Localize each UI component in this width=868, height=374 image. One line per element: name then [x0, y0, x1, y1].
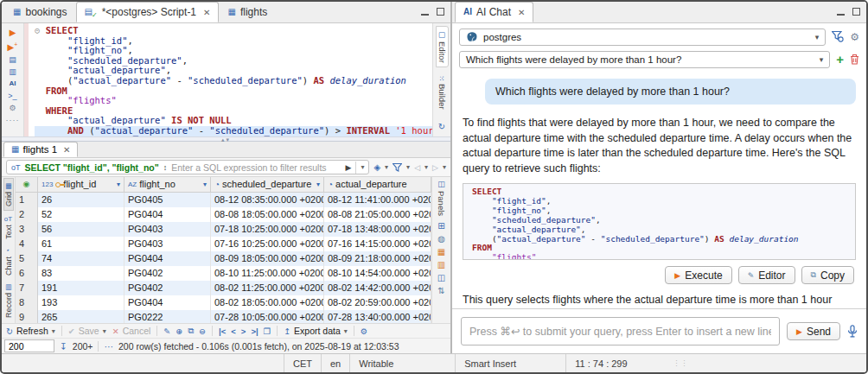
sort-caret-icon[interactable]: ▾ [316, 177, 320, 192]
data-cell[interactable]: PG0402 [124, 266, 211, 281]
funnel-filter-icon[interactable] [393, 163, 402, 172]
column-header-scheduled-departure[interactable]: ◔ scheduled_departure ▾ [211, 177, 324, 192]
row-number-cell[interactable]: 4 [16, 237, 38, 251]
table-row[interactable]: 9265PG022207-28 10:05:00.000 +020007-28 … [16, 310, 431, 323]
question-select[interactable]: Which flights were delayed by more than … [459, 51, 830, 68]
more-options-icon[interactable]: ··· [104, 341, 113, 352]
data-cell[interactable]: 08-08 21:05:00.000 +0200 [324, 207, 431, 222]
new-chat-plus-icon[interactable]: + [836, 53, 844, 66]
row-number-cell[interactable]: 3 [16, 222, 38, 237]
trash-icon[interactable] [850, 54, 859, 65]
prev-page-icon[interactable]: < [231, 326, 236, 336]
caret-position-indicator[interactable]: 11 : 74 : 299 [565, 354, 661, 372]
last-page-icon[interactable]: >| [251, 326, 258, 336]
select-all-cell[interactable]: ◉ [16, 177, 38, 192]
connection-select[interactable]: postgres ▾ [459, 29, 826, 46]
table-row[interactable]: 7191PG040208-02 11:25:00.000 +020008-02 … [16, 281, 431, 295]
execute-statement-icon[interactable]: ▶ [10, 28, 16, 38]
data-cell[interactable]: 08-08 18:05:00.000 +0200 [211, 207, 324, 222]
row-number-cell[interactable]: 8 [16, 295, 38, 310]
table-row[interactable]: 356PG040307-18 10:25:00.000 +020007-18 1… [16, 222, 431, 237]
explain-plan-icon[interactable]: ▥ [9, 67, 16, 77]
send-button[interactable]: ▶Send [787, 322, 840, 340]
data-cell[interactable]: 265 [38, 310, 124, 323]
minimize-icon[interactable] [837, 9, 845, 16]
execute-script-icon[interactable]: ▤ [9, 54, 16, 65]
scope-filter-icon[interactable] [832, 31, 844, 42]
calendar-icon[interactable]: ▦ [437, 247, 445, 257]
tab-flights-1-result[interactable]: ▦ flights 1 ✕ [3, 142, 78, 157]
table-row[interactable]: 8193PG040408-02 18:05:00.000 +020008-02 … [16, 295, 431, 310]
forward-icon[interactable]: ▷ [432, 163, 438, 172]
data-cell[interactable]: PG0222 [124, 310, 211, 323]
data-cell[interactable]: 07-16 10:25:00.000 +0200 [211, 237, 324, 251]
data-cell[interactable]: PG0402 [124, 281, 211, 295]
expand-filter-icon[interactable]: ↕ [163, 163, 168, 172]
data-cell[interactable]: 08-09 18:05:00.000 +0200 [211, 251, 324, 266]
table-row[interactable]: 574PG040408-09 18:05:00.000 +020008-09 2… [16, 251, 431, 266]
eraser-icon[interactable]: ◈ [373, 162, 380, 172]
tab-panels[interactable]: ◫ Panels [437, 178, 446, 218]
writable-indicator[interactable]: Writable [349, 354, 432, 372]
filter-history-caret-icon[interactable]: ▾ [361, 163, 364, 171]
caret-icon[interactable]: ▾ [406, 163, 410, 171]
table-row[interactable]: 683PG040208-10 11:25:00.000 +020008-10 1… [16, 266, 431, 281]
cancel-button[interactable]: ✕Cancel [112, 326, 151, 336]
table-row[interactable]: 252PG040408-08 18:05:00.000 +020008-08 2… [16, 207, 431, 222]
open-in-editor-button[interactable]: ✎Editor [738, 266, 795, 284]
data-cell[interactable]: 61 [38, 237, 124, 251]
transpose-icon[interactable]: ⇅ [437, 286, 444, 295]
maximize-icon[interactable] [852, 8, 860, 16]
data-cell[interactable]: PG0404 [124, 207, 211, 222]
data-cell[interactable]: PG0403 [124, 237, 211, 251]
data-cell[interactable]: 08-10 14:54:00.000 +0200 [324, 266, 431, 281]
aggregate-icon[interactable]: ▥ [437, 260, 445, 269]
tab-sql-script[interactable]: ▤✓ *<postgres> Script-1 ✕ [76, 2, 220, 22]
data-cell[interactable]: 08-12 08:35:00.000 +0200 [211, 193, 324, 207]
execute-new-tab-icon[interactable]: ▶+ [8, 40, 18, 53]
data-cell[interactable]: 52 [38, 207, 124, 222]
export-data-button[interactable]: ↥Export data▾ [284, 326, 348, 336]
gear-icon[interactable]: ⚙ [9, 103, 16, 113]
next-page-icon[interactable]: > [241, 326, 246, 336]
data-cell[interactable]: 193 [38, 295, 124, 310]
close-icon[interactable]: ✕ [63, 145, 70, 155]
data-cell[interactable]: 07-16 14:15:00.000 +0200 [324, 237, 431, 251]
data-cell[interactable]: 08-10 11:25:00.000 +0200 [211, 266, 324, 281]
timezone-indicator[interactable]: CET [284, 354, 321, 372]
data-cell[interactable]: 26 [38, 193, 124, 207]
ai-settings-gear-icon[interactable]: ⚙ [850, 31, 859, 43]
tab-grid-view[interactable]: Grid▦ [3, 178, 14, 211]
data-cell[interactable]: 83 [38, 266, 124, 281]
data-cell[interactable]: 74 [38, 251, 124, 266]
tab-ai-chat[interactable]: AI AI Chat ✕ [455, 2, 533, 22]
data-cell[interactable]: 56 [38, 222, 124, 237]
close-icon[interactable]: ✕ [518, 8, 525, 17]
console-icon[interactable]: >_ [8, 91, 16, 101]
sort-caret-icon[interactable]: ▾ [203, 177, 207, 192]
add-row-icon[interactable]: ⊕ [176, 326, 182, 336]
tab-builder-vertical[interactable]: ⁙ Builder [437, 72, 448, 113]
first-page-icon[interactable]: |< [219, 326, 226, 336]
sync-icon[interactable]: ↻ [438, 122, 445, 131]
tab-flights[interactable]: ▦ flights [219, 2, 276, 22]
language-indicator[interactable]: en [321, 354, 349, 372]
maximize-icon[interactable] [437, 8, 444, 16]
copy-button[interactable]: ⧉Copy [801, 266, 854, 284]
table-row[interactable]: 461PG040307-16 10:25:00.000 +020007-16 1… [16, 237, 431, 251]
delete-row-icon[interactable]: ⊖ [199, 326, 206, 336]
data-cell[interactable]: 08-02 18:05:00.000 +0200 [211, 295, 324, 310]
duplicate-row-icon[interactable]: ⧉ [188, 326, 194, 336]
more-icon[interactable]: ···· [6, 115, 20, 125]
insert-mode-indicator[interactable]: Smart Insert [455, 354, 557, 372]
minimize-icon[interactable] [421, 9, 429, 16]
row-number-cell[interactable]: 2 [16, 207, 38, 222]
data-cell[interactable]: 191 [38, 281, 124, 295]
apply-filter-icon[interactable]: ▶ [345, 163, 351, 172]
row-number-cell[interactable]: 5 [16, 251, 38, 266]
row-number-cell[interactable]: 1 [16, 193, 38, 207]
column-header-actual-departure[interactable]: ◔ actual_departure [324, 177, 431, 192]
refresh-button[interactable]: ↻Refresh▾ [6, 326, 55, 336]
fetch-more-label[interactable]: 200+ [73, 341, 93, 352]
data-cell[interactable]: 07-18 13:48:00.000 +0200 [324, 222, 431, 237]
